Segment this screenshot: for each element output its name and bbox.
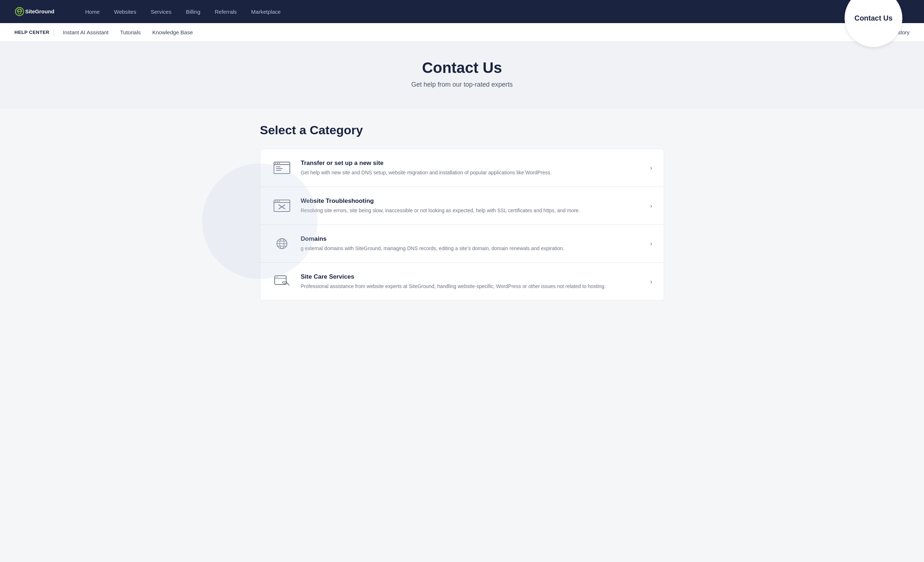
- nav-referrals[interactable]: Referrals: [209, 6, 243, 18]
- svg-rect-10: [276, 168, 283, 169]
- category-name-site-care: Site Care Services: [301, 273, 644, 280]
- nav-divider: [54, 29, 54, 36]
- svg-point-6: [275, 163, 276, 164]
- category-item-site-care[interactable]: Site Care Services Professional assistan…: [260, 263, 664, 300]
- transfer-icon: [272, 159, 292, 177]
- category-item-troubleshooting[interactable]: Website Troubleshooting Resolving site e…: [260, 187, 664, 225]
- nav-marketplace[interactable]: Marketplace: [245, 6, 286, 18]
- svg-rect-11: [276, 170, 281, 171]
- hero-section: Contact Us Get help from our top-rated e…: [0, 42, 924, 109]
- contact-us-label: Contact Us: [854, 14, 892, 22]
- sub-navigation: HELP CENTER Instant AI Assistant Tutoria…: [0, 23, 924, 42]
- site-logo[interactable]: SiteGround: [14, 4, 65, 19]
- svg-point-15: [277, 201, 278, 202]
- category-desc-troubleshooting: Resolving site errors, site being slow, …: [301, 207, 644, 214]
- chevron-right-icon-3: ›: [650, 240, 652, 247]
- top-nav-links: Home Websites Services Billing Referrals…: [80, 6, 910, 18]
- chevron-right-icon: ›: [650, 164, 652, 172]
- svg-point-8: [279, 163, 280, 164]
- svg-rect-12: [274, 200, 290, 211]
- nav-services[interactable]: Services: [145, 6, 177, 18]
- hero-title: Contact Us: [14, 59, 910, 76]
- nav-billing[interactable]: Billing: [180, 6, 206, 18]
- svg-point-7: [277, 163, 278, 164]
- chevron-right-icon-2: ›: [650, 202, 652, 210]
- main-content: Select a Category Transfer or set up a n…: [245, 123, 679, 301]
- svg-text:SiteGround: SiteGround: [25, 9, 54, 15]
- category-list: Transfer or set up a new site Get help w…: [260, 149, 664, 301]
- domains-icon: [272, 235, 292, 252]
- nav-knowledge-base[interactable]: Knowledge Base: [152, 29, 193, 35]
- svg-point-26: [276, 277, 276, 277]
- svg-point-14: [275, 201, 276, 202]
- help-center-label: HELP CENTER: [14, 30, 50, 35]
- nav-home[interactable]: Home: [80, 6, 105, 18]
- sub-nav-links: Instant AI Assistant Tutorials Knowledge…: [63, 29, 872, 35]
- hero-subtitle: Get help from our top-rated experts: [14, 81, 910, 88]
- nav-websites[interactable]: Websites: [108, 6, 142, 18]
- category-desc-transfer: Get help with new site and DNS setup, we…: [301, 169, 644, 177]
- category-name-domains: Domains: [301, 235, 644, 243]
- category-item-domains[interactable]: Domains g external domains with SiteGrou…: [260, 225, 664, 263]
- nav-tutorials[interactable]: Tutorials: [120, 29, 141, 35]
- category-name-transfer: Transfer or set up a new site: [301, 160, 644, 167]
- category-desc-domains: g external domains with SiteGround, mana…: [301, 245, 644, 252]
- nav-instant-ai[interactable]: Instant AI Assistant: [63, 29, 109, 35]
- troubleshooting-icon: [272, 197, 292, 214]
- category-text-domains: Domains g external domains with SiteGrou…: [301, 235, 644, 252]
- category-text-troubleshooting: Website Troubleshooting Resolving site e…: [301, 198, 644, 214]
- category-desc-site-care: Professional assistance from website exp…: [301, 283, 644, 290]
- svg-rect-4: [274, 162, 290, 174]
- svg-rect-9: [276, 166, 280, 167]
- svg-point-27: [277, 277, 278, 277]
- category-text-transfer: Transfer or set up a new site Get help w…: [301, 160, 644, 177]
- top-navigation: SiteGround Home Websites Services Billin…: [0, 0, 924, 23]
- chevron-right-icon-4: ›: [650, 278, 652, 286]
- category-item-transfer[interactable]: Transfer or set up a new site Get help w…: [260, 149, 664, 187]
- svg-point-16: [279, 201, 280, 202]
- category-text-site-care: Site Care Services Professional assistan…: [301, 273, 644, 290]
- site-care-icon: [272, 273, 292, 290]
- category-name-troubleshooting: Website Troubleshooting: [301, 198, 644, 205]
- section-title: Select a Category: [260, 123, 664, 137]
